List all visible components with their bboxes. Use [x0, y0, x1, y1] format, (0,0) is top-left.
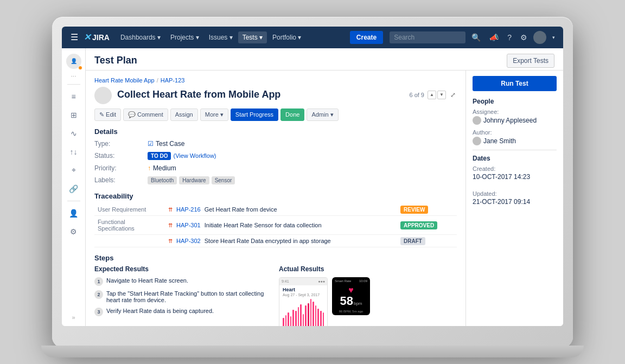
- steps-section-title: Steps: [94, 254, 457, 262]
- trace-status-cell-2: APPROVED: [397, 215, 457, 234]
- trace-status-3: DRAFT: [400, 237, 425, 245]
- trace-link-1[interactable]: HAP-216: [176, 206, 201, 213]
- assignee-label: Assignee:: [473, 108, 557, 115]
- create-button[interactable]: Create: [350, 31, 383, 44]
- sidebar-users-icon[interactable]: 👤: [65, 206, 82, 221]
- step-text-1: Navigate to Heart Rate screen.: [106, 277, 188, 286]
- nav-portfolio[interactable]: Portfolio ▾: [268, 31, 305, 43]
- heart-chart: [279, 297, 327, 326]
- chart-bar-3: [290, 316, 292, 325]
- notification-icon[interactable]: 📣: [487, 31, 501, 43]
- breadcrumb-id[interactable]: HAP-123: [161, 77, 185, 84]
- step-1: 1 Navigate to Heart Rate screen.: [94, 277, 272, 286]
- sidebar-roadmap-icon[interactable]: ∿: [65, 126, 82, 141]
- nav-projects[interactable]: Projects ▾: [166, 31, 203, 43]
- label-hardware[interactable]: Hardware: [179, 176, 209, 184]
- run-test-button[interactable]: Run Test: [473, 76, 557, 91]
- hamburger-menu[interactable]: ☰: [67, 30, 81, 44]
- nav-menu: Dashboards ▾ Projects ▾ Issues ▾ Tests ▾…: [116, 31, 348, 43]
- sidebar-more-btn[interactable]: ···: [71, 72, 76, 80]
- trace-status-cell-1: REVIEW: [397, 203, 457, 216]
- trace-link-3[interactable]: HAP-302: [176, 238, 201, 244]
- chart-bar-0: [283, 318, 284, 325]
- sidebar-expand-btn[interactable]: »: [72, 314, 75, 321]
- actual-results-col: Actual Results 9:41 ●●● Heart: [279, 265, 457, 326]
- priority-label: Priority:: [94, 163, 143, 173]
- status-value: TO DO (View Workflow): [148, 151, 457, 161]
- watch-bpm: 58: [340, 295, 353, 307]
- watch-footer: 86 BPM, 5m ago: [339, 310, 363, 313]
- sidebar-notification-badge: [78, 66, 82, 70]
- export-tests-button[interactable]: Export Tests: [507, 54, 554, 68]
- chart-bar-5: [295, 311, 297, 326]
- labels-label: Labels:: [94, 175, 143, 186]
- watch-time: 10:09: [359, 279, 367, 283]
- laptop-base: [41, 346, 584, 357]
- watch-bpm-row: 58 bpm: [340, 295, 362, 307]
- next-issue-arrow[interactable]: ▼: [437, 91, 446, 99]
- issue-area: Heart Rate Mobile App / HAP-123 Collect …: [86, 71, 563, 326]
- search-icon[interactable]: 🔍: [469, 31, 483, 43]
- watch-bpm-unit: bpm: [354, 301, 362, 306]
- priority-icon: ↑: [148, 164, 151, 172]
- breadcrumb-project[interactable]: Heart Rate Mobile App: [94, 77, 155, 84]
- settings-icon[interactable]: ⚙: [518, 31, 530, 43]
- nav-right: 🔍 📣 ? ⚙ ▾: [390, 31, 558, 44]
- step-2: 2 Tap the "Start Heart Rate Tracking" bu…: [94, 290, 272, 303]
- sidebar-board-icon[interactable]: ⊞: [65, 107, 82, 123]
- right-sidebar: Run Test People Assignee: Johnny Applese…: [465, 71, 563, 326]
- prev-issue-arrow[interactable]: ▲: [428, 91, 436, 99]
- view-workflow-link[interactable]: (View Workflow): [173, 152, 216, 159]
- expected-results-col: Expected Results 1 Navigate to Heart Rat…: [94, 265, 272, 326]
- trace-link-2[interactable]: HAP-301: [176, 222, 201, 228]
- more-button[interactable]: More ▾: [200, 108, 228, 121]
- trace-link-cell-1: ⇈ HAP-216 Get Heart Rate from device: [165, 203, 397, 216]
- details-section-title: Details: [94, 127, 457, 136]
- status-label: Status:: [94, 151, 143, 161]
- updated-label: Updated:: [473, 190, 557, 197]
- nav-tests[interactable]: Tests ▾: [238, 31, 267, 43]
- trace-up-icon-2: ⇈: [168, 222, 173, 228]
- account-chevron[interactable]: ▾: [550, 33, 558, 42]
- logo-x-icon: ✕: [84, 32, 91, 42]
- phone-screenshot: 9:41 ●●● Heart Aug 27 - Sept 3, 2017: [279, 277, 328, 326]
- trace-desc-2: Initiate Heart Rate Sensor for data coll…: [205, 222, 322, 228]
- comment-icon: 💬: [128, 111, 136, 118]
- sidebar-settings-icon[interactable]: ⚙: [65, 224, 82, 239]
- done-button[interactable]: Done: [280, 108, 304, 121]
- watch-header: Smart Rate 10:09: [332, 279, 370, 283]
- sidebar-menu-icon[interactable]: ≡: [65, 89, 82, 104]
- trace-status-2: APPROVED: [400, 221, 437, 229]
- author-value: Jane Smith: [473, 137, 557, 145]
- chart-bar-9: [305, 305, 307, 326]
- comment-button[interactable]: 💬 Comment: [123, 108, 168, 121]
- search-input[interactable]: [390, 31, 465, 43]
- label-bluetooth[interactable]: Bluetooth: [148, 176, 177, 184]
- sidebar-divider-1: [67, 84, 80, 85]
- sidebar-user-avatar[interactable]: 👤: [66, 54, 81, 69]
- user-avatar[interactable]: [533, 31, 546, 44]
- edit-button[interactable]: ✎ Edit: [94, 108, 121, 121]
- assign-button[interactable]: Assign: [170, 108, 198, 121]
- chart-bar-13: [315, 305, 317, 326]
- priority-value: ↑ Medium: [148, 163, 457, 173]
- admin-button[interactable]: Admin ▾: [307, 108, 338, 121]
- trace-desc-1: Get Heart Rate from device: [205, 206, 277, 213]
- expand-icon[interactable]: ⤢: [449, 90, 457, 100]
- sidebar-search-icon[interactable]: ⌖: [65, 163, 82, 178]
- heart-app-label: Heart: [279, 285, 327, 293]
- issue-nav-arrows: ▲ ▼: [428, 91, 446, 99]
- sidebar-link-icon[interactable]: 🔗: [65, 181, 82, 196]
- help-icon[interactable]: ?: [505, 31, 514, 43]
- checkbox-icon: ☑: [148, 140, 154, 148]
- label-sensor[interactable]: Sensor: [212, 176, 235, 184]
- nav-issues[interactable]: Issues ▾: [205, 31, 237, 43]
- chart-bar-11: [310, 299, 312, 326]
- details-grid: Type: ☑ Test Case Status: TO DO (View Wo…: [94, 139, 457, 186]
- nav-dashboards[interactable]: Dashboards ▾: [116, 31, 165, 43]
- type-label: Type:: [94, 139, 143, 149]
- start-progress-button[interactable]: Start Progress: [231, 108, 278, 121]
- more-chevron-icon: ▾: [220, 111, 224, 118]
- watch-heart-icon: ♥: [348, 285, 354, 295]
- sidebar-reports-icon[interactable]: ↑↓: [65, 144, 82, 159]
